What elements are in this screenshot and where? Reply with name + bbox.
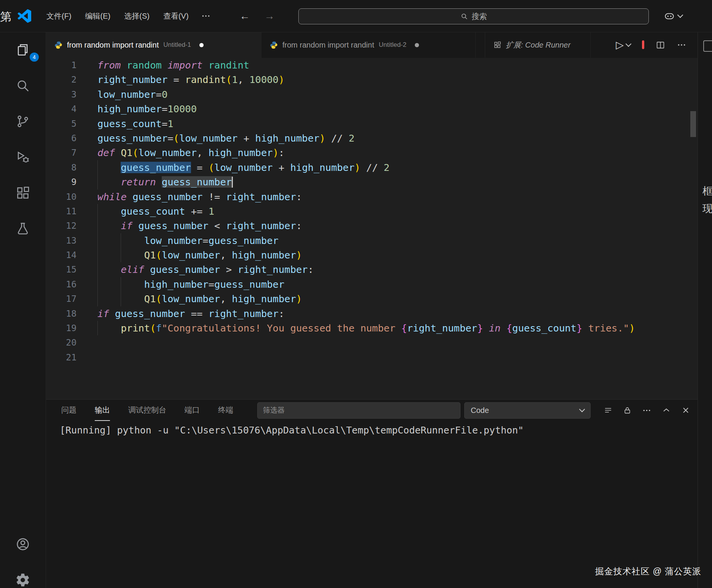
- menu-more-icon[interactable]: [197, 8, 215, 24]
- activity-settings[interactable]: [0, 562, 46, 588]
- code-line[interactable]: 17 Q1(low_number, high_number): [46, 292, 690, 306]
- go-back-icon[interactable]: ←: [240, 10, 250, 22]
- close-panel-icon[interactable]: [681, 406, 690, 415]
- code-text[interactable]: [97, 350, 690, 365]
- activity-testing[interactable]: [0, 211, 46, 247]
- code-text[interactable]: low_number=0: [97, 87, 690, 102]
- code-text[interactable]: Q1(low_number, high_number): [97, 292, 690, 306]
- code-line[interactable]: 19 print(f"Congratulations! You guessed …: [46, 321, 690, 335]
- code-text[interactable]: def Q1(low_number, high_number):: [97, 145, 690, 160]
- tab-code-runner-extension[interactable]: 扩展: Code Runner: [485, 32, 591, 58]
- code-text[interactable]: from random import randint: [97, 58, 690, 72]
- code-line[interactable]: 6guess_number=(low_number + high_number)…: [46, 131, 690, 145]
- panel-tab-output[interactable]: 输出: [95, 400, 110, 421]
- code-line[interactable]: 10while guess_number != right_number:: [46, 190, 690, 204]
- output-filter-input[interactable]: 筛选器: [257, 402, 460, 419]
- panel-tab-problems[interactable]: 问题: [61, 400, 76, 421]
- code-text[interactable]: guess_count=1: [97, 116, 690, 131]
- output-channel-select[interactable]: Code: [464, 402, 591, 419]
- stop-icon: [642, 40, 644, 49]
- copilot-icon: [664, 10, 675, 22]
- indent-guide-line: [121, 277, 121, 292]
- code-line[interactable]: 15 elif guess_number > right_number:: [46, 262, 690, 277]
- run-code-button[interactable]: ▷: [616, 40, 631, 50]
- run-debug-icon: [16, 150, 30, 164]
- code-line[interactable]: 9 return guess_number: [46, 175, 690, 189]
- activity-bar-bottom: [0, 526, 46, 588]
- vscode-logo-icon[interactable]: [18, 9, 31, 23]
- indent-guide-line: [97, 160, 98, 175]
- menu-edit[interactable]: 编辑(E): [80, 8, 116, 24]
- code-text[interactable]: guess_number = (low_number + high_number…: [97, 160, 690, 175]
- menu-file[interactable]: 文件(F): [41, 8, 77, 24]
- code-line[interactable]: 7def Q1(low_number, high_number):: [46, 145, 690, 160]
- line-number: 1: [46, 58, 76, 72]
- python-icon: [54, 41, 62, 49]
- code-text[interactable]: if guess_number == right_number:: [97, 306, 690, 321]
- chevron-down-icon[interactable]: [626, 41, 632, 47]
- code-line[interactable]: 5guess_count=1: [46, 116, 690, 131]
- activity-run-debug[interactable]: [0, 139, 46, 175]
- panel-tab-terminal[interactable]: 终端: [218, 400, 233, 421]
- code-text[interactable]: high_number=guess_number: [97, 277, 690, 292]
- line-number: 16: [46, 277, 76, 292]
- code-line[interactable]: 11 guess_count += 1: [46, 204, 690, 218]
- panel-tab-ports[interactable]: 端口: [185, 400, 200, 421]
- line-number: 5: [46, 116, 76, 131]
- panel-tab-debug-console[interactable]: 调试控制台: [128, 400, 166, 421]
- tab-untitled-2[interactable]: from random import randint Untitled-2: [261, 32, 476, 58]
- split-editor-button[interactable]: [656, 40, 665, 50]
- activity-extensions[interactable]: [0, 175, 46, 211]
- code-text[interactable]: Q1(low_number, high_number): [97, 248, 690, 262]
- code-text[interactable]: print(f"Congratulations! You guessed the…: [97, 321, 690, 335]
- bottom-panel: 问题 输出 调试控制台 端口 终端 筛选器 Code: [46, 399, 698, 588]
- lock-icon[interactable]: [623, 406, 632, 415]
- code-text[interactable]: [97, 335, 690, 350]
- maximize-panel-icon[interactable]: [662, 406, 671, 415]
- command-center-search[interactable]: 搜索: [298, 8, 649, 24]
- tab-untitled-1[interactable]: from random import randint Untitled-1: [46, 32, 261, 58]
- code-text[interactable]: guess_number=(low_number + high_number) …: [97, 131, 690, 145]
- code-line[interactable]: 2right_number = randint(1, 10000): [46, 72, 690, 87]
- code-line[interactable]: 14 Q1(low_number, high_number): [46, 248, 690, 262]
- activity-source-control[interactable]: [0, 104, 46, 139]
- code-line[interactable]: 3low_number=0: [46, 87, 690, 102]
- more-actions-icon[interactable]: [677, 40, 687, 50]
- more-actions-icon[interactable]: [642, 406, 651, 415]
- code-line[interactable]: 13 low_number=guess_number: [46, 233, 690, 248]
- code-editor[interactable]: 1from random import randint2right_number…: [46, 58, 698, 399]
- stop-button[interactable]: [642, 41, 644, 48]
- code-line[interactable]: 18if guess_number == right_number:: [46, 306, 690, 321]
- code-text[interactable]: high_number=10000: [97, 102, 690, 116]
- clear-output-icon[interactable]: [604, 406, 613, 415]
- editor-scrollbar[interactable]: [690, 111, 696, 137]
- code-line[interactable]: 1from random import randint: [46, 58, 690, 72]
- code-line[interactable]: 8 guess_number = (low_number + high_numb…: [46, 160, 690, 175]
- code-text[interactable]: guess_count += 1: [97, 204, 690, 218]
- menu-view[interactable]: 查看(V): [158, 8, 194, 24]
- modified-dot[interactable]: [415, 43, 419, 47]
- copilot-menu[interactable]: [664, 0, 682, 32]
- output-line: [Running] python -u "C:\Users\15076\AppD…: [46, 421, 698, 436]
- menu-selection[interactable]: 选择(S): [119, 8, 155, 24]
- tab-title: from random import randint: [67, 41, 159, 49]
- code-line[interactable]: 12 if guess_number < right_number:: [46, 218, 690, 233]
- code-line[interactable]: 16 high_number=guess_number: [46, 277, 690, 292]
- code-text[interactable]: return guess_number: [97, 175, 690, 189]
- code-line[interactable]: 21: [46, 350, 690, 365]
- code-line[interactable]: 4high_number=10000: [46, 102, 690, 116]
- line-number: 20: [46, 335, 76, 350]
- code-text[interactable]: low_number=guess_number: [97, 233, 690, 248]
- code-text[interactable]: elif guess_number > right_number:: [97, 262, 690, 277]
- modified-dot[interactable]: [199, 43, 204, 47]
- beaker-icon: [16, 221, 30, 236]
- code-line[interactable]: 20: [46, 335, 690, 350]
- activity-search[interactable]: [0, 68, 46, 104]
- code-text[interactable]: if guess_number < right_number:: [97, 218, 690, 233]
- code-text[interactable]: right_number = randint(1, 10000): [97, 72, 690, 87]
- panel-header: 问题 输出 调试控制台 端口 终端 筛选器 Code: [46, 400, 698, 421]
- code-text[interactable]: while guess_number != right_number:: [97, 190, 690, 204]
- activity-explorer[interactable]: 4: [0, 32, 46, 68]
- activity-account[interactable]: [0, 526, 46, 562]
- go-forward-icon[interactable]: →: [264, 10, 275, 22]
